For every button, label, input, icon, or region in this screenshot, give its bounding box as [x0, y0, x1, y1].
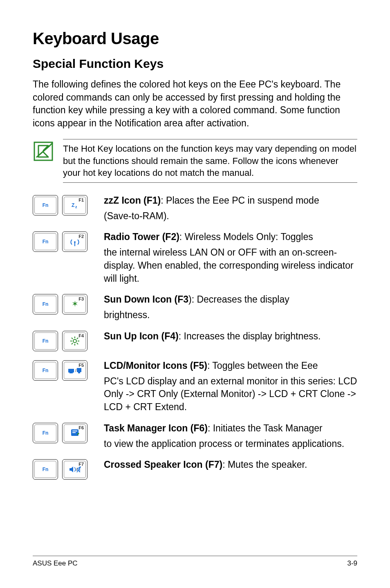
separator: ): [188, 294, 197, 305]
f-key: F5 / [62, 360, 87, 381]
function-key-row: Fn F1 Zz zzZ Icon (F1): Places the Eee P… [33, 194, 357, 222]
separator: : [161, 195, 166, 206]
section-heading: Special Function Keys [33, 57, 357, 71]
fn-key-label: Fn [43, 430, 49, 436]
function-title: Radio Tower (F2) [104, 231, 179, 242]
svg-rect-22 [72, 432, 76, 433]
f-key-label: F1 [78, 197, 84, 202]
function-lead: Initiates the Task Manager [213, 423, 323, 433]
svg-text:z: z [75, 205, 77, 209]
function-lead: Mutes the speaker. [228, 459, 307, 470]
fn-key: Fn [33, 360, 58, 381]
f-key: F2 [62, 231, 87, 252]
svg-rect-16 [69, 373, 73, 373]
key-combo: Fn F5 / [33, 360, 93, 381]
fn-key-label: Fn [43, 301, 49, 307]
svg-rect-15 [68, 369, 74, 373]
divider [63, 182, 357, 183]
function-title: Task Manager Icon (F6) [104, 423, 208, 433]
separator: : [207, 360, 212, 371]
note-icon [33, 141, 54, 162]
function-title: Sun Down Icon (F3 [104, 294, 188, 305]
f-key: F6 [62, 423, 87, 443]
f-key-label: F7 [78, 462, 84, 467]
function-description: Radio Tower (F2): Wireless Models Only: … [104, 231, 357, 285]
f-key: F3 ✶ [62, 294, 87, 314]
function-rest: PC's LCD display and an external monitor… [104, 375, 357, 414]
function-title: Crossed Speaker Icon (F7) [104, 459, 222, 470]
svg-rect-18 [77, 368, 81, 372]
fn-key-label: Fn [43, 368, 49, 373]
function-key-row: Fn F3 ✶ Sun Down Icon (F3): Decreases th… [33, 293, 357, 321]
function-rest: to view the application process or termi… [104, 438, 357, 451]
f-key-label: F6 [78, 425, 84, 430]
fn-key-label: Fn [43, 467, 49, 472]
key-combo: Fn F4 [33, 331, 93, 351]
f-key: F4 [62, 331, 87, 351]
function-description: Sun Down Icon (F3): Decreases the displa… [104, 293, 357, 321]
f-key: F1 Zz [62, 195, 87, 215]
fn-key: Fn [33, 195, 58, 215]
separator: : [179, 231, 185, 242]
function-key-row: Fn F6 Task Manager Icon (F6): Initiates … [33, 422, 357, 450]
function-lead: Places the Eee PC in suspend mode [166, 195, 319, 206]
fn-key: Fn [33, 423, 58, 443]
f-key: F7 / [62, 459, 87, 480]
f-key-label: F2 [78, 234, 84, 239]
key-combo: Fn F6 [33, 423, 93, 443]
key-combo: Fn F3 ✶ [33, 294, 93, 314]
svg-line-11 [72, 338, 73, 339]
note-text: The Hot Key locations on the function ke… [63, 139, 357, 182]
svg-line-14 [72, 343, 73, 344]
function-lead: Increases the display brightness. [184, 331, 321, 341]
f-key-label: F5 [78, 363, 84, 368]
page-footer: ASUS Eee PC 3-9 [33, 556, 357, 568]
fn-key: Fn [33, 294, 58, 314]
fn-key-label: Fn [43, 202, 49, 208]
function-description: LCD/Monitor Icons (F5): Toggles between … [104, 359, 357, 414]
footer-right: 3-9 [347, 559, 357, 568]
f-key-label: F3 [78, 296, 84, 301]
function-title: Sun Up Icon (F4) [104, 331, 179, 341]
function-rest: the internal wireless LAN ON or OFF with… [104, 246, 357, 285]
svg-text:✶: ✶ [72, 299, 78, 308]
function-rest: (Save-to-RAM). [104, 210, 357, 223]
separator: : [179, 331, 184, 341]
function-description: Task Manager Icon (F6): Initiates the Ta… [104, 422, 357, 450]
fn-key-label: Fn [43, 239, 49, 245]
function-key-row: Fn F4 Sun Up Icon (F4): Increases the di… [33, 330, 357, 351]
fn-key-label: Fn [43, 338, 49, 344]
function-key-row: Fn F2 Radio Tower (F2): Wireless Models … [33, 231, 357, 285]
key-combo: Fn F1 Zz [33, 195, 93, 215]
fn-key: Fn [33, 459, 58, 480]
note-block: The Hot Key locations on the function ke… [33, 139, 357, 183]
fn-key: Fn [33, 231, 58, 252]
svg-text:/: / [75, 368, 76, 373]
intro-paragraph: The following defines the colored hot ke… [33, 78, 357, 130]
svg-line-13 [77, 338, 78, 339]
function-key-row: Fn F7 / Crossed Speaker Icon (F7): Mutes… [33, 458, 357, 480]
function-title: LCD/Monitor Icons (F5) [104, 360, 207, 371]
svg-rect-19 [78, 372, 80, 373]
svg-point-6 [73, 339, 76, 343]
footer-left: ASUS Eee PC [33, 559, 78, 568]
svg-text:Z: Z [72, 202, 74, 208]
function-rest: brightness. [104, 309, 357, 322]
function-lead: Wireless Models Only: Toggles [185, 231, 313, 242]
svg-line-12 [77, 343, 78, 344]
function-lead: Decreases the display [197, 294, 289, 305]
svg-rect-21 [72, 431, 77, 431]
function-key-row: Fn F5 / LCD/Monitor Icons (F5): Toggles … [33, 359, 357, 414]
function-description: Crossed Speaker Icon (F7): Mutes the spe… [104, 458, 357, 471]
function-lead: Toggles between the Eee [212, 360, 318, 371]
separator: : [208, 423, 213, 433]
f-key-label: F4 [78, 333, 84, 338]
page-title: Keyboard Usage [33, 29, 357, 48]
separator: : [222, 459, 228, 470]
function-description: Sun Up Icon (F4): Increases the display … [104, 330, 357, 343]
function-title: zzZ Icon (F1) [104, 195, 161, 206]
key-combo: Fn F7 / [33, 459, 93, 480]
function-description: zzZ Icon (F1): Places the Eee PC in susp… [104, 194, 357, 222]
key-combo: Fn F2 [33, 231, 93, 252]
fn-key: Fn [33, 331, 58, 351]
